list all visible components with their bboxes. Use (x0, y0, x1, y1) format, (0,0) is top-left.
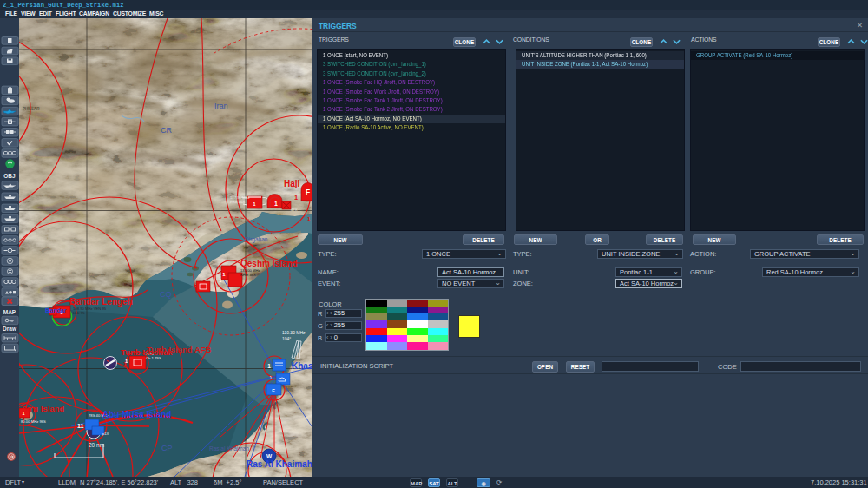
svg-text:F: F (306, 188, 310, 196)
svg-text:Khasab: Khasab (292, 361, 312, 371)
svg-text:CP: CP (161, 444, 173, 452)
svg-text:Tunb Island AFB: Tunb Island AFB (147, 345, 212, 354)
svg-text:1: 1 (220, 278, 222, 283)
svg-text:ip1X: ip1X (102, 432, 109, 436)
svg-text:LLD 95: LLD 95 (73, 311, 85, 315)
svg-text:Ras Al Khaimah: Ras Al Khaimah (247, 459, 312, 469)
svg-text:11: 11 (77, 423, 84, 429)
svg-text:Abu Musa Island: Abu Musa Island (102, 410, 171, 419)
svg-text:20 nm: 20 nm (89, 442, 104, 448)
svg-text:Bandar: Bandar (45, 307, 66, 313)
svg-text:E: E (272, 388, 275, 393)
svg-text:1: 1 (267, 363, 271, 369)
svg-text:1: 1 (294, 194, 298, 201)
svg-text:Bandar Lengeh: Bandar Lengeh (69, 297, 133, 307)
svg-text:110.30 MHz: 110.30 MHz (282, 330, 306, 335)
svg-text:1: 1 (253, 201, 255, 207)
svg-text:Ras al Khaimah: Ras al Khaimah (209, 445, 249, 452)
svg-text:OBJ: OBJ (3, 173, 16, 179)
svg-text:Iran: Iran (214, 102, 228, 110)
svg-text:104°: 104° (282, 336, 291, 341)
svg-text:Sirri Island: Sirri Island (22, 404, 64, 413)
svg-text:47X: 47X (291, 208, 298, 212)
svg-text:CR: CR (161, 126, 172, 135)
svg-text:MAP: MAP (3, 309, 16, 315)
svg-text:Haji: Haji (284, 179, 300, 188)
svg-text:CQ: CQ (160, 290, 172, 299)
svg-text:Draw: Draw (3, 326, 17, 332)
svg-text:PRB 46X: PRB 46X (230, 200, 245, 204)
svg-text:1: 1 (274, 201, 278, 207)
svg-text:1: 1 (270, 375, 273, 380)
svg-text:W: W (266, 453, 273, 459)
svg-text:80.00 MHz 96S: 80.00 MHz 96S (21, 419, 46, 424)
svg-text:KHM 46X: KHM 46X (240, 273, 256, 277)
svg-text:Qeshm Island: Qeshm Island (240, 259, 298, 268)
svg-text:PHILLAR: PHILLAR (23, 107, 40, 111)
svg-text:Dirgahan: Dirgahan (245, 236, 268, 243)
